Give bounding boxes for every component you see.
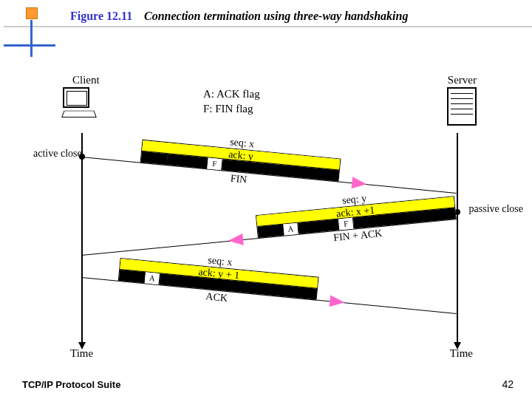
active-close-label: active close	[33, 148, 82, 159]
header-underline	[4, 26, 532, 27]
server-label: Server	[448, 74, 477, 86]
server-timeline	[457, 133, 458, 344]
page-number: 42	[502, 378, 514, 390]
arrow-right-icon	[330, 295, 345, 308]
arrow-right-icon	[352, 177, 367, 190]
flag-legend: A: ACK flag F: FIN flag	[203, 87, 260, 116]
time-label-right: Time	[450, 347, 473, 360]
client-label: Client	[72, 74, 100, 86]
header-accent-h	[4, 44, 55, 47]
figure-number: Figure 12.11	[70, 10, 132, 23]
legend-ack: A: ACK flag	[203, 87, 260, 102]
client-timeline	[81, 133, 83, 344]
passive-close-label: passive close	[469, 203, 523, 214]
figure-title: Connection termination using three-way h…	[144, 10, 408, 23]
arrow-left-icon	[228, 233, 243, 247]
slide-header: Figure 12.11 Connection termination usin…	[4, 4, 528, 33]
header-accent-v	[30, 20, 33, 57]
server-tower-icon	[447, 87, 480, 128]
bullet-icon	[26, 7, 38, 19]
client-computer-icon	[63, 87, 103, 124]
termination-diagram: Client Server A: ACK flag F: FIN flag Ti…	[44, 74, 488, 355]
segment-fin: seq: x ack: y F FIN	[81, 157, 457, 193]
legend-fin: F: FIN flag	[203, 102, 260, 117]
segment-ack: seq: x ack: y + 1 A ACK	[81, 277, 457, 313]
time-label-left: Time	[70, 347, 93, 360]
footer-suite: TCP/IP Protocol Suite	[22, 379, 120, 390]
